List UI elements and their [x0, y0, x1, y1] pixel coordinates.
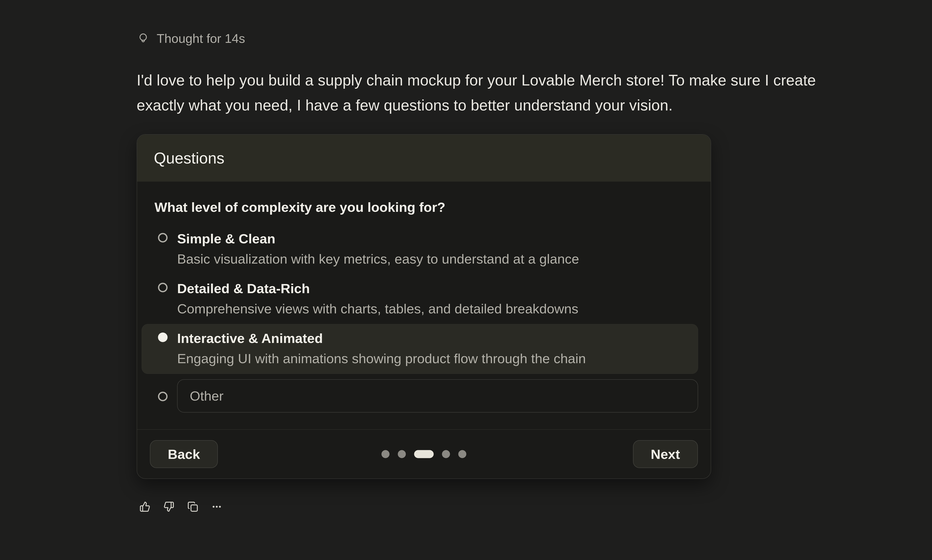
- question-text: What level of complexity are you looking…: [154, 200, 693, 214]
- step-dot-3-active: [414, 450, 434, 458]
- questions-card-footer: Back Next: [137, 429, 711, 478]
- other-option-input[interactable]: [177, 379, 698, 412]
- pagination-dots: [382, 450, 466, 458]
- step-dot-4: [442, 450, 450, 458]
- thumbs-down-icon[interactable]: [163, 501, 174, 512]
- radio-icon[interactable]: [158, 283, 168, 292]
- lightbulb-icon: [137, 32, 149, 45]
- more-options-icon[interactable]: [211, 501, 222, 512]
- thought-header[interactable]: Thought for 14s: [137, 32, 245, 45]
- option-label: Simple & Clean: [177, 232, 579, 246]
- card-title: Questions: [154, 149, 224, 167]
- thought-duration-label: Thought for 14s: [157, 32, 245, 45]
- assistant-message-text: I'd love to help you build a supply chai…: [137, 68, 855, 118]
- step-dot-1: [382, 450, 390, 458]
- questions-card-body: What level of complexity are you looking…: [137, 182, 711, 429]
- radio-icon[interactable]: [158, 233, 168, 243]
- options-list: Simple & Clean Basic visualization with …: [142, 225, 698, 412]
- radio-checked-icon[interactable]: [158, 332, 168, 342]
- back-button[interactable]: Back: [150, 440, 218, 468]
- thumbs-up-icon[interactable]: [140, 501, 150, 512]
- option-description: Comprehensive views with charts, tables,…: [177, 302, 578, 315]
- message-actions-bar: [140, 501, 222, 512]
- option-row-other[interactable]: [142, 374, 698, 412]
- option-label: Detailed & Data-Rich: [177, 282, 578, 295]
- option-row-simple-clean[interactable]: Simple & Clean Basic visualization with …: [142, 225, 698, 274]
- step-dot-5: [458, 450, 466, 458]
- option-row-detailed-data-rich[interactable]: Detailed & Data-Rich Comprehensive views…: [142, 274, 698, 324]
- option-label: Interactive & Animated: [177, 332, 586, 345]
- radio-icon[interactable]: [158, 392, 168, 401]
- questions-card: Questions What level of complexity are y…: [137, 134, 711, 479]
- step-dot-2: [398, 450, 406, 458]
- option-row-interactive-animated[interactable]: Interactive & Animated Engaging UI with …: [142, 324, 698, 374]
- copy-icon[interactable]: [187, 501, 198, 512]
- next-button[interactable]: Next: [633, 440, 698, 468]
- questions-card-header: Questions: [137, 135, 711, 182]
- option-description: Engaging UI with animations showing prod…: [177, 352, 586, 365]
- option-description: Basic visualization with key metrics, ea…: [177, 252, 579, 266]
